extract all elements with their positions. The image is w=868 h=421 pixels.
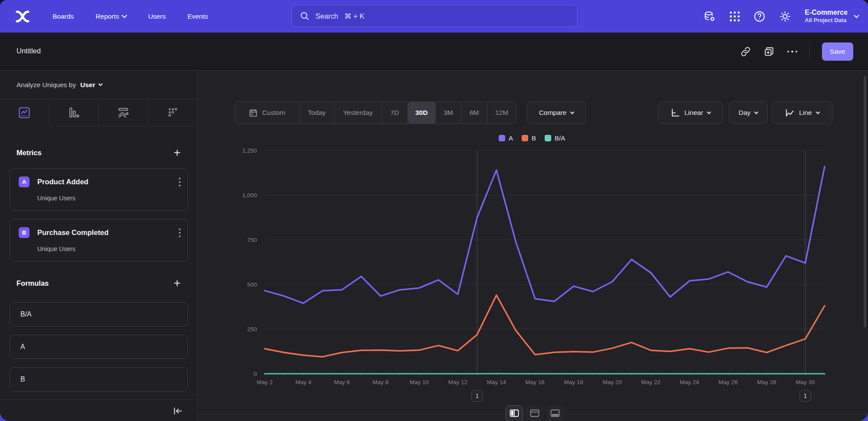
app-body: Untitled Save [0, 33, 868, 421]
formulas-title: Formulas [16, 279, 49, 287]
bar-chart-tab-icon [67, 106, 80, 119]
add-metric-button[interactable]: + [174, 148, 181, 157]
metric-menu-icon[interactable] [179, 178, 181, 186]
save-button[interactable]: Save [822, 42, 853, 61]
metrics-header: Metrics + [16, 145, 181, 160]
retention-tab-icon [166, 106, 179, 119]
formula-card[interactable]: A [10, 335, 188, 359]
svg-text:May 8: May 8 [373, 379, 389, 385]
more-options-icon[interactable] [787, 51, 798, 53]
search-icon [300, 11, 309, 21]
svg-text:May 20: May 20 [603, 379, 622, 385]
formula-label: A [20, 343, 25, 351]
svg-text:250: 250 [247, 326, 257, 333]
report-title[interactable]: Untitled [16, 47, 41, 55]
svg-text:1: 1 [804, 392, 807, 399]
svg-text:May 30: May 30 [796, 379, 815, 385]
nav-reports-label: Reports [95, 13, 119, 20]
chevron-down-icon [122, 13, 128, 18]
nav-events[interactable]: Events [178, 8, 217, 25]
nav-events-label: Events [187, 13, 208, 20]
svg-text:May 10: May 10 [410, 379, 429, 385]
formula-label: B [20, 375, 25, 383]
analyze-label: Analyze Uniques by [16, 81, 76, 89]
formula-card[interactable]: B/A [10, 302, 188, 326]
layout-top-button[interactable] [526, 405, 543, 421]
nav-reports[interactable]: Reports [86, 8, 135, 25]
svg-text:May 26: May 26 [718, 379, 737, 385]
vertical-scrollbar[interactable] [864, 76, 866, 327]
analyze-row: Analyze Uniques by User [0, 71, 197, 99]
metric-name: Product Added [37, 178, 171, 186]
mixpanel-logo-icon[interactable] [13, 8, 32, 25]
divider [809, 42, 810, 61]
svg-text:1,250: 1,250 [242, 147, 257, 154]
nav-users-label: Users [148, 13, 165, 20]
settings-gear-icon[interactable] [779, 10, 792, 23]
app-window: Boards Reports Users Events Search ⌘ + K [0, 0, 868, 421]
analyze-by-dropdown[interactable]: User [80, 81, 102, 89]
tab-retention[interactable] [148, 99, 197, 127]
nav-users[interactable]: Users [139, 8, 174, 25]
chevron-down-icon [854, 13, 859, 18]
line-chart-tab-icon [18, 106, 31, 119]
apps-grid-icon[interactable] [729, 11, 740, 22]
line-chart[interactable]: 02505007501,0001,250May 2May 4May 6May 8… [197, 71, 868, 421]
project-selector[interactable]: E-Commerce All Project Data [805, 8, 858, 24]
layout-split-button[interactable] [506, 405, 523, 421]
svg-text:500: 500 [247, 281, 257, 288]
nav-boards-label: Boards [53, 13, 74, 20]
metrics-title: Metrics [16, 149, 42, 157]
analyze-by-value: User [80, 81, 95, 89]
top-navbar: Boards Reports Users Events Search ⌘ + K [0, 0, 868, 33]
data-gear-icon[interactable] [703, 10, 716, 23]
layout-toggles [506, 405, 564, 421]
chevron-down-icon [99, 82, 103, 86]
add-formula-button[interactable]: + [174, 279, 181, 287]
svg-text:0: 0 [253, 371, 257, 377]
formulas-header: Formulas + [16, 276, 181, 290]
svg-text:1: 1 [475, 392, 479, 399]
chart-type-tabs [0, 99, 197, 127]
metric-letter-badge: A [19, 176, 30, 187]
svg-text:May 14: May 14 [487, 379, 506, 385]
metric-letter-badge: B [19, 227, 30, 238]
search-shortcut: ⌘ + K [344, 12, 364, 20]
collapse-sidebar-icon[interactable] [173, 407, 183, 415]
svg-text:May 28: May 28 [757, 379, 776, 385]
svg-text:750: 750 [247, 237, 257, 243]
report-topbar: Untitled Save [0, 33, 868, 71]
sidebar-footer [0, 399, 197, 421]
svg-text:May 6: May 6 [334, 379, 350, 385]
tab-flows[interactable] [99, 99, 148, 127]
search-placeholder: Search [316, 12, 338, 20]
project-name: E-Commerce [805, 8, 848, 17]
metric-name: Purchase Completed [37, 228, 171, 237]
svg-text:May 2: May 2 [257, 379, 273, 385]
svg-text:1,000: 1,000 [242, 192, 257, 199]
help-icon[interactable] [753, 10, 766, 23]
metric-aggregation[interactable]: Unique Users [37, 245, 76, 252]
layout-bottom-button[interactable] [546, 405, 564, 421]
report-canvas: Custom Today Yesterday 7D 30D 3M 6M 12M … [197, 71, 868, 421]
svg-text:May 4: May 4 [296, 379, 312, 385]
svg-text:May 16: May 16 [526, 379, 545, 385]
tab-insights[interactable] [0, 99, 49, 127]
metric-aggregation[interactable]: Unique Users [37, 195, 76, 202]
svg-text:May 24: May 24 [680, 379, 699, 385]
flows-tab-icon [116, 106, 130, 119]
search-input[interactable]: Search ⌘ + K [292, 5, 577, 27]
nav-boards[interactable]: Boards [43, 8, 83, 25]
query-sidebar: Analyze Uniques by User [0, 71, 197, 421]
svg-text:May 22: May 22 [641, 379, 661, 385]
formula-label: B/A [20, 310, 32, 318]
duplicate-icon[interactable] [763, 46, 775, 58]
metric-card-a[interactable]: A Product Added Unique Users [10, 168, 188, 211]
formula-card[interactable]: B [10, 367, 188, 392]
tab-funnels[interactable] [49, 99, 99, 127]
svg-text:May 18: May 18 [564, 379, 583, 385]
svg-text:May 12: May 12 [448, 379, 467, 385]
copy-link-icon[interactable] [740, 46, 751, 57]
metric-card-b[interactable]: B Purchase Completed Unique Users [10, 219, 188, 261]
metric-menu-icon[interactable] [179, 228, 181, 237]
